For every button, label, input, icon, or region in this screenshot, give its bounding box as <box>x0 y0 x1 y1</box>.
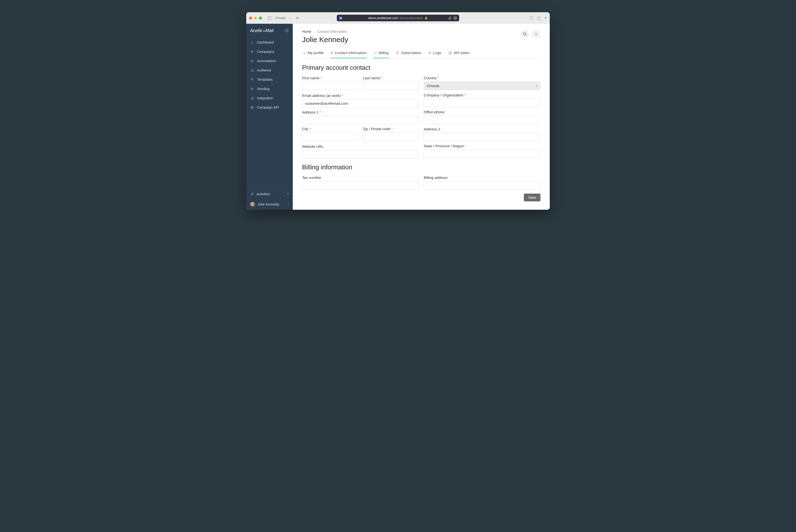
contact-icon: ⎘ <box>331 51 333 55</box>
label-address1: Address 1 * <box>302 110 419 114</box>
sidebar-item-templates[interactable]: ✎ Templates <box>246 75 293 84</box>
tabs: ☺ My profile ⎘ Contact information ▭ Bil… <box>302 49 541 58</box>
lock-icon: 🔒 <box>424 16 428 20</box>
label-text: Address 2 <box>424 127 440 131</box>
download-icon[interactable] <box>530 16 534 20</box>
target-icon: ◎ <box>250 59 254 63</box>
breadcrumb: Home › Contact information <box>302 30 348 34</box>
url-bar[interactable]: M demo.acellemail.com/account/contact 🔒 … <box>337 15 459 21</box>
tab-logs[interactable]: ↻ Logs <box>428 49 442 58</box>
integration-icon: ⇲ <box>250 96 254 100</box>
tab-label: API token <box>454 51 470 55</box>
sidebar-item-dashboard[interactable]: ⌂ Dashboard <box>246 38 293 47</box>
history-icon: ↺ <box>250 192 254 196</box>
logo-suffix: Mail <box>266 28 274 33</box>
tax-input[interactable] <box>302 181 419 190</box>
svg-point-4 <box>523 33 526 35</box>
sidebar-item-label: Sending <box>257 87 269 91</box>
tab-contact-information[interactable]: ⎘ Contact information <box>330 49 367 58</box>
label-text: Country <box>424 76 437 80</box>
breadcrumb-home[interactable]: Home <box>302 30 311 34</box>
new-tab-button[interactable]: + <box>544 15 547 21</box>
label-text: State / Province / Region <box>424 144 464 148</box>
billing-address-input[interactable] <box>424 181 541 190</box>
menu-collapse-icon[interactable]: ‹☰ <box>284 28 289 33</box>
back-button[interactable]: ‹ <box>288 16 292 20</box>
label-text: City <box>302 127 308 131</box>
sidebar-item-label: Integration <box>257 96 273 100</box>
sidebar-item-automations[interactable]: ◎ Automations <box>246 56 293 65</box>
reload-button[interactable]: ⟳ <box>295 16 300 20</box>
website-input[interactable] <box>302 150 419 158</box>
tab-billing[interactable]: ▭ Billing <box>373 49 389 58</box>
page-title: Jolie Kennedy <box>302 36 348 44</box>
tab-api-token[interactable]: ⚿ API token <box>448 49 470 58</box>
home-icon: ⌂ <box>250 40 254 44</box>
tab-subscription[interactable]: 🗒 Subscription <box>395 49 422 58</box>
more-icon[interactable]: ⋯ <box>453 16 457 20</box>
title-bar: Private ‹ ⟳ M demo.acellemail.com/accoun… <box>246 12 550 24</box>
chevron-right-icon: › <box>288 87 289 90</box>
svg-rect-0 <box>268 16 272 20</box>
sidebar-item-sending[interactable]: ⟳ Sending › <box>246 84 293 94</box>
city-input[interactable] <box>302 132 358 141</box>
required-mark: * <box>320 110 321 114</box>
external-link-icon: ↗ <box>286 192 289 196</box>
country-select[interactable]: Choose <box>424 81 541 90</box>
sidebar-activities[interactable]: ↺ Activities ↗ <box>246 189 293 199</box>
chevron-right-icon: › <box>288 97 289 100</box>
label-text: Email address (at work) <box>302 94 341 98</box>
gear-icon: ⚙ <box>250 106 254 109</box>
sidebar-item-label: Campaign API <box>257 106 279 109</box>
audio-icon[interactable]: 🔊 <box>448 16 452 20</box>
sidebar-item-label: Automations <box>257 59 276 63</box>
label-country: Country * <box>424 76 541 80</box>
section-title-billing: Billing information <box>302 164 541 171</box>
label-text: Tax number <box>302 175 321 179</box>
sending-icon: ⟳ <box>250 87 254 91</box>
label-text: Office phone <box>424 110 444 114</box>
search-button[interactable] <box>520 30 529 38</box>
required-mark: * <box>320 76 322 80</box>
chevron-right-icon: › <box>288 203 289 206</box>
required-mark: * <box>309 127 311 131</box>
breadcrumb-current: Contact information <box>317 30 347 34</box>
state-input[interactable] <box>424 150 541 158</box>
last-name-input[interactable] <box>363 81 419 90</box>
first-name-input[interactable] <box>302 81 358 90</box>
site-badge-icon: M <box>339 17 342 20</box>
tab-my-profile[interactable]: ☺ My profile <box>302 49 324 58</box>
subscription-icon: 🗒 <box>396 51 399 55</box>
sidebar-item-audience[interactable]: 🗂 Audience › <box>246 65 293 75</box>
maximize-window-button[interactable] <box>259 17 262 20</box>
svg-line-5 <box>526 35 527 36</box>
sidebar-item-campaign-api[interactable]: ⚙ Campaign API <box>246 103 293 112</box>
email-input[interactable] <box>302 99 419 108</box>
share-icon[interactable] <box>537 16 541 20</box>
address1-input[interactable] <box>302 116 419 124</box>
save-button[interactable]: Save <box>524 194 541 202</box>
tab-label: Subscription <box>401 51 421 55</box>
minimize-window-button[interactable] <box>254 17 257 20</box>
zip-input[interactable] <box>363 132 419 141</box>
profile-icon: ☺ <box>303 51 306 55</box>
theme-toggle-button[interactable]: ☀ <box>532 30 541 38</box>
sidebar-user[interactable]: Jolie Kennedy › <box>246 199 293 210</box>
label-billing-address: Billing address <box>424 175 541 179</box>
company-input[interactable] <box>424 99 541 107</box>
label-text: Company / Organization <box>424 93 463 97</box>
sidebar-toggle-icon[interactable] <box>266 16 273 20</box>
close-window-button[interactable] <box>249 17 252 20</box>
label-text: Zip / Postal code <box>363 127 391 131</box>
sidebar-item-campaigns[interactable]: ✈ Campaigns <box>246 47 293 56</box>
required-mark: * <box>391 127 393 131</box>
main-content: Home › Contact information Jolie Kennedy… <box>293 24 550 210</box>
tab-label: Contact information <box>335 51 366 55</box>
label-first-name: First name * <box>302 76 358 80</box>
office-phone-input[interactable] <box>424 115 541 124</box>
card-icon: ▭ <box>374 51 377 55</box>
label-city: City * <box>302 127 358 131</box>
address2-input[interactable] <box>424 133 541 141</box>
required-mark: * <box>464 93 466 97</box>
sidebar-item-integration[interactable]: ⇲ Integration › <box>246 94 293 103</box>
